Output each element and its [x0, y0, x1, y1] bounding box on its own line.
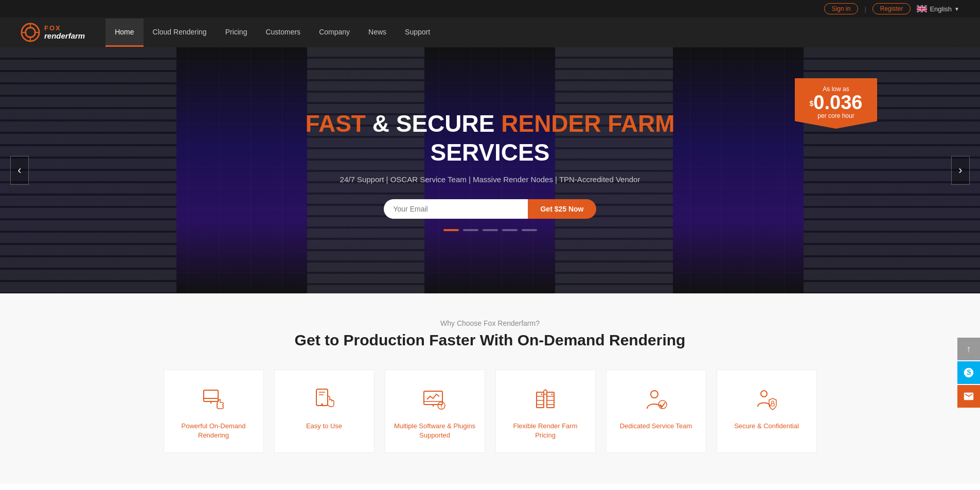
person-check-svg	[643, 387, 669, 413]
navbar: FOX renderfarm Home Cloud Rendering Pric…	[0, 18, 980, 47]
signin-button[interactable]: Sign in	[824, 3, 859, 14]
features-grid: Powerful On-Demand Rendering Easy to Use	[130, 370, 850, 453]
hero-dot-1[interactable]	[443, 229, 459, 231]
feature-label-secure-confidential: Secure & Confidential	[734, 422, 799, 431]
svg-point-33	[761, 391, 767, 397]
hero-title: FAST & SECURE RENDER FARM SERVICES	[300, 110, 681, 166]
uk-flag-icon	[917, 5, 927, 12]
hero-subtitle: 24/7 Support | OSCAR Service Team | Mass…	[300, 175, 681, 184]
svg-rect-8	[316, 389, 328, 406]
email-button[interactable]	[957, 385, 980, 408]
nav-link-news[interactable]: News	[359, 19, 396, 47]
hero-section: As low as $0.036 per core hour ‹ FAST & …	[0, 47, 980, 293]
easy-to-use-icon	[310, 386, 338, 414]
monitor-chart-svg	[422, 387, 448, 413]
fox-logo-icon	[21, 23, 40, 42]
svg-point-28	[551, 394, 553, 395]
feature-card-multiple-software[interactable]: Multiple Software & Plugins Supported	[385, 370, 485, 453]
price-number: 0.036	[813, 92, 862, 113]
nav-link-support[interactable]: Support	[396, 19, 439, 47]
nav-item-home[interactable]: Home	[105, 19, 143, 47]
skype-icon	[963, 367, 974, 378]
nav-item-pricing[interactable]: Pricing	[216, 19, 257, 47]
topbar-divider: |	[864, 5, 866, 13]
skype-button[interactable]	[957, 361, 980, 384]
hero-dot-5[interactable]	[522, 229, 537, 231]
logo-link[interactable]: FOX renderfarm	[21, 23, 85, 42]
powerful-on-demand-icon	[199, 386, 228, 414]
svg-rect-19	[537, 392, 544, 408]
columns-tool-svg	[532, 387, 558, 413]
price-badge: As low as $0.036 per core hour	[795, 78, 877, 129]
email-icon	[963, 391, 974, 402]
svg-point-31	[651, 391, 658, 398]
dedicated-service-icon	[642, 386, 670, 414]
svg-rect-3	[204, 390, 218, 401]
nav-item-company[interactable]: Company	[310, 19, 359, 47]
svg-rect-34	[771, 404, 774, 406]
svg-rect-20	[547, 392, 554, 408]
hero-prev-button[interactable]: ‹	[10, 156, 29, 185]
feature-label-powerful-on-demand: Powerful On-Demand Rendering	[172, 422, 255, 440]
feature-card-easy-to-use[interactable]: Easy to Use	[274, 370, 375, 453]
nav-link-company[interactable]: Company	[310, 19, 359, 47]
scroll-top-button[interactable]: ↑	[957, 338, 980, 360]
language-selector[interactable]: English ▼	[917, 5, 959, 13]
hero-title-orange2: RENDER FARM	[501, 110, 674, 137]
features-why-label: Why Choose Fox Renderfarm?	[21, 319, 959, 327]
nav-link-cloud-rendering[interactable]: Cloud Rendering	[144, 19, 216, 47]
logo-fox: FOX	[44, 25, 85, 32]
feature-card-flexible-pricing[interactable]: Flexible Render Farm Pricing	[495, 370, 596, 453]
svg-point-2	[26, 28, 35, 38]
features-section: Why Choose Fox Renderfarm? Get to Produc…	[0, 293, 980, 484]
monitor-thumbsup-svg	[201, 387, 226, 413]
price-per-core: per core hour	[804, 112, 868, 119]
person-shield-svg	[754, 387, 779, 413]
hero-cta-button[interactable]: Get $25 Now	[528, 199, 596, 219]
nav-item-news[interactable]: News	[359, 19, 396, 47]
nav-item-customers[interactable]: Customers	[256, 19, 310, 47]
hero-dot-3[interactable]	[483, 229, 498, 231]
language-label: English	[930, 5, 952, 13]
logo-rf: renderfarm	[44, 32, 85, 41]
register-button[interactable]: Register	[872, 3, 911, 14]
price-value: $0.036	[804, 93, 868, 112]
hero-title-orange1: FAST	[305, 110, 366, 137]
flexible-pricing-icon	[531, 386, 560, 414]
feature-card-powerful-on-demand[interactable]: Powerful On-Demand Rendering	[164, 370, 264, 453]
nav-item-cloud-rendering[interactable]: Cloud Rendering	[144, 19, 216, 47]
feature-label-easy-to-use: Easy to Use	[306, 422, 342, 431]
nav-link-customers[interactable]: Customers	[256, 19, 310, 47]
nav-links: Home Cloud Rendering Pricing Customers C…	[105, 19, 439, 47]
hero-title-white2: SERVICES	[431, 139, 550, 166]
hero-next-button[interactable]: ›	[951, 156, 970, 185]
hero-email-input[interactable]	[384, 199, 528, 219]
feature-label-multiple-software: Multiple Software & Plugins Supported	[394, 422, 476, 440]
nav-link-pricing[interactable]: Pricing	[216, 19, 257, 47]
feature-label-flexible-pricing: Flexible Render Farm Pricing	[504, 422, 587, 440]
nav-item-support[interactable]: Support	[396, 19, 439, 47]
feature-card-secure-confidential[interactable]: Secure & Confidential	[717, 370, 817, 453]
feature-label-dedicated-service: Dedicated Service Team	[620, 422, 692, 431]
secure-confidential-icon	[752, 386, 781, 414]
svg-point-9	[322, 404, 323, 406]
hero-content: FAST & SECURE RENDER FARM SERVICES 24/7 …	[290, 110, 691, 231]
nav-link-home[interactable]: Home	[105, 19, 143, 47]
tablet-touch-svg	[311, 387, 337, 413]
features-heading: Get to Production Faster With On-Demand …	[21, 331, 959, 349]
feature-card-dedicated-service[interactable]: Dedicated Service Team	[606, 370, 706, 453]
hero-dots	[300, 229, 681, 231]
hero-form: Get $25 Now	[300, 199, 681, 219]
multiple-software-icon	[420, 386, 449, 414]
logo-text: FOX renderfarm	[44, 25, 85, 41]
hero-title-white1: & SECURE	[366, 110, 501, 137]
svg-point-32	[658, 400, 667, 409]
language-chevron-icon: ▼	[954, 6, 959, 12]
float-buttons: ↑	[957, 338, 980, 408]
hero-dot-2[interactable]	[463, 229, 478, 231]
svg-point-27	[541, 394, 543, 395]
hero-dot-4[interactable]	[502, 229, 518, 231]
top-bar: Sign in | Register English ▼	[0, 0, 980, 18]
svg-point-18	[441, 407, 442, 408]
